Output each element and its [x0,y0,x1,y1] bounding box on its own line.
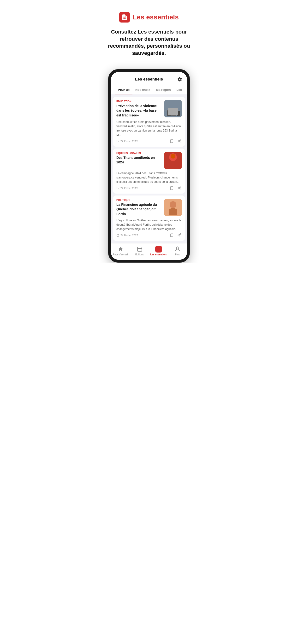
articles-list: ÉDUCATION Prévention de la violence dans… [111,94,187,244]
article-category: POLITIQUE [116,199,162,202]
svg-point-10 [170,201,176,208]
thumb-image [164,100,182,118]
tagline: Consultez Les essentiels pour retrouver … [105,28,193,57]
tab-les-plus-recents[interactable]: Les plus récents [174,86,183,94]
editions-icon [136,246,143,252]
screen-header: Les essentiels Pour toi Nos choix [111,72,187,94]
gear-icon [177,77,182,82]
home-icon [117,246,124,252]
article-footer: 24 février 2023 [116,233,182,238]
svg-rect-12 [171,208,175,210]
nav-label-essentiels: Les essentiels [150,253,167,256]
share-icon[interactable] [177,139,182,143]
svg-rect-1 [167,110,172,116]
article-thumbnail [164,152,182,169]
svg-point-8 [171,154,175,158]
article-summary: La campagne 2024 des Titans d'Ottawa s'a… [116,171,182,184]
tab-nos-choix[interactable]: Nos choix [132,86,153,94]
bottom-nav: Page d'accueil Éditions [111,243,187,260]
article-date: 24 février 2023 [116,234,138,237]
svg-point-16 [176,247,179,249]
article-footer: 24 février 2023 [116,186,182,190]
article-summary: L'agriculture au Québec est «sur pause»,… [116,218,182,231]
article-actions [170,233,182,238]
article-thumbnail [164,199,182,216]
article-card[interactable]: POLITIQUE La Financière agricole du Québ… [113,196,185,241]
article-card[interactable]: ÉDUCATION Prévention de la violence dans… [113,97,185,146]
share-icon[interactable] [177,186,182,190]
article-actions [170,139,182,143]
bookmark-filled-icon [157,247,161,251]
nav-item-essentiels[interactable]: Les essentiels [149,246,168,256]
svg-rect-13 [137,247,142,251]
article-category: ÉDUCATION [116,100,162,103]
article-date: 24 février 2023 [116,140,138,142]
document-icon [121,14,128,20]
nav-label-plus: Plus [175,253,180,256]
article-top: POLITIQUE La Financière agricole du Québ… [116,199,182,216]
svg-rect-3 [177,111,180,116]
thumb-image [164,199,182,216]
phone-frame: Les essentiels Pour toi Nos choix [108,69,190,263]
tab-ma-region[interactable]: Ma région [153,86,174,94]
article-headline: Des Titans améliorés en 2024 [116,156,162,165]
clock-icon [116,234,119,237]
svg-rect-2 [172,108,176,116]
article-headline: Prévention de la violence dans les école… [116,104,162,118]
bookmark-icon[interactable] [170,186,174,190]
article-top: ÉQUIPES LOCALES Des Titans améliorés en … [116,152,182,169]
article-date: 24 février 2023 [116,186,138,190]
more-icon [174,246,181,252]
tab-pour-toi[interactable]: Pour toi [115,86,132,94]
phone-wrapper: Les essentiels Pour toi Nos choix [99,69,199,263]
thumb-image [164,152,182,169]
screen-title-row: Les essentiels [115,76,183,83]
clock-icon [116,186,119,190]
svg-rect-7 [169,161,177,168]
article-text: ÉDUCATION Prévention de la violence dans… [116,100,162,118]
article-footer: 24 février 2023 [116,139,182,143]
app-title: Les essentiels [133,14,179,21]
article-summary: Une conductrice a été grièvement blessée… [116,120,182,137]
nav-item-editions[interactable]: Éditions [130,246,149,256]
bookmark-icon[interactable] [170,139,174,143]
nav-label-editions: Éditions [135,253,144,256]
article-category: ÉQUIPES LOCALES [116,152,162,154]
essentiels-nav-icon [155,246,162,252]
clock-icon [116,140,119,142]
article-thumbnail [164,100,182,118]
nav-item-plus[interactable]: Plus [168,246,187,256]
nav-label-home: Page d'accueil [113,253,128,256]
header-section: Les essentiels Consultez Les essentiels … [99,0,199,69]
article-text: ÉQUIPES LOCALES Des Titans améliorés en … [116,152,162,165]
app-logo-icon [119,12,130,22]
article-top: ÉDUCATION Prévention de la violence dans… [116,100,182,118]
article-headline: La Financière agricole du Québec doit ch… [116,202,162,216]
share-icon[interactable] [177,233,182,238]
article-card[interactable]: ÉQUIPES LOCALES Des Titans améliorés en … [113,148,185,194]
logo-row: Les essentiels [119,12,179,22]
phone-screen: Les essentiels Pour toi Nos choix [111,72,187,260]
nav-item-home[interactable]: Page d'accueil [111,246,130,256]
screen-title: Les essentiels [122,77,176,82]
settings-button[interactable] [176,76,183,83]
tabs-row: Pour toi Nos choix Ma région Les plus ré… [115,86,183,94]
bookmark-icon[interactable] [170,233,174,238]
article-text: POLITIQUE La Financière agricole du Québ… [116,199,162,216]
article-actions [170,186,182,190]
